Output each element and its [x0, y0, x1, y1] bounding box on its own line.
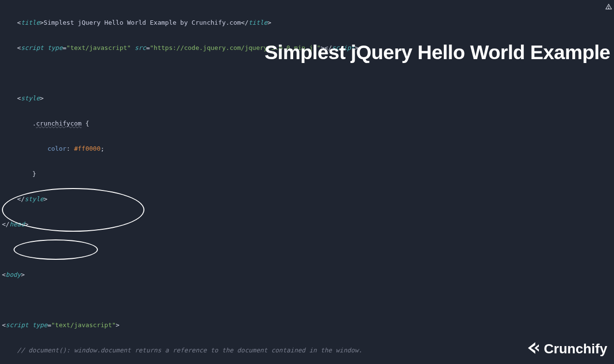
code-line: color: #ff0000; [2, 142, 614, 155]
code-line: } [2, 168, 614, 180]
crunchify-logo: Crunchify [525, 341, 607, 357]
script-type-2: "text/javascript" [51, 321, 116, 329]
code-line: </head> [2, 218, 614, 231]
logo-icon [525, 341, 541, 357]
code-line: <script type="text/javascript"> [2, 319, 614, 332]
svg-point-1 [609, 8, 609, 8]
code-line: // document(): window.document returns a… [2, 344, 614, 357]
overlay-title: Simplest jQuery Hello World Example [265, 43, 610, 63]
css-value: #ff0000 [74, 145, 101, 152]
code-line [2, 294, 614, 306]
code-line [2, 67, 614, 79]
code-line: <title>Simplest jQuery Hello World Examp… [2, 16, 614, 29]
script-type: "text/javascript" [66, 44, 131, 51]
warning-icon [605, 2, 612, 15]
title-text: Simplest jQuery Hello World Example by C… [44, 19, 241, 26]
logo-text: Crunchify [544, 343, 607, 355]
code-line [2, 243, 614, 256]
code-line: <style> [2, 92, 614, 105]
code-line: .crunchifycom { [2, 117, 614, 130]
comment: // document(): window.document returns a… [17, 347, 362, 354]
css-prop: color [47, 145, 66, 152]
code-line: <body> [2, 269, 614, 281]
code-line: </style> [2, 193, 614, 206]
css-selector: crunchifycom [36, 120, 81, 127]
